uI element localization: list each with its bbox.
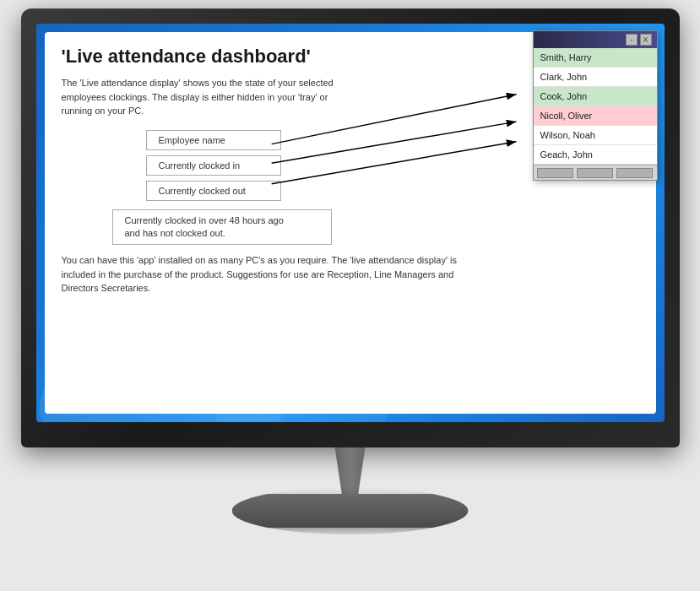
monitor: 'Live attendance dashboard' The 'Live at…	[21, 8, 680, 583]
employee-row[interactable]: Geach, John	[534, 145, 657, 165]
legend-clocked-in: Currently clocked in	[146, 155, 281, 176]
mini-attendance-window[interactable]: - X Smith, Harry Clark, John Cook, John …	[533, 30, 658, 181]
screen: 'Live attendance dashboard' The 'Live at…	[36, 24, 665, 422]
employee-row[interactable]: Wilson, Noah	[534, 126, 657, 145]
employee-row[interactable]: Smith, Harry	[534, 48, 657, 68]
legend-clocked-out: Currently clocked out	[146, 181, 281, 201]
monitor-bezel: 'Live attendance dashboard' The 'Live at…	[21, 8, 680, 447]
employee-row[interactable]: Clark, John	[534, 68, 657, 87]
window-titlebar: - X	[534, 31, 657, 48]
window-footer	[534, 165, 657, 180]
monitor-stand-base	[232, 494, 469, 528]
close-button[interactable]: X	[640, 34, 652, 46]
employee-row[interactable]: Cook, John	[534, 87, 657, 106]
employee-list: Smith, Harry Clark, John Cook, John Nico…	[534, 48, 657, 165]
legend-overdue: Currently clocked in over 48 hours agoan…	[112, 209, 332, 246]
slide-description: The 'Live attendance display' shows you …	[62, 76, 349, 118]
footer-button-1[interactable]	[537, 168, 573, 178]
monitor-stand-neck	[325, 447, 376, 498]
employee-row[interactable]: Nicoll, Oliver	[534, 106, 657, 126]
footer-button-2[interactable]	[577, 168, 613, 178]
legend-employee-name: Employee name	[146, 130, 281, 150]
footer-button-3[interactable]	[616, 168, 653, 178]
minimize-button[interactable]: -	[626, 34, 638, 46]
slide-footer: You can have this 'app' installed on as …	[62, 253, 484, 296]
